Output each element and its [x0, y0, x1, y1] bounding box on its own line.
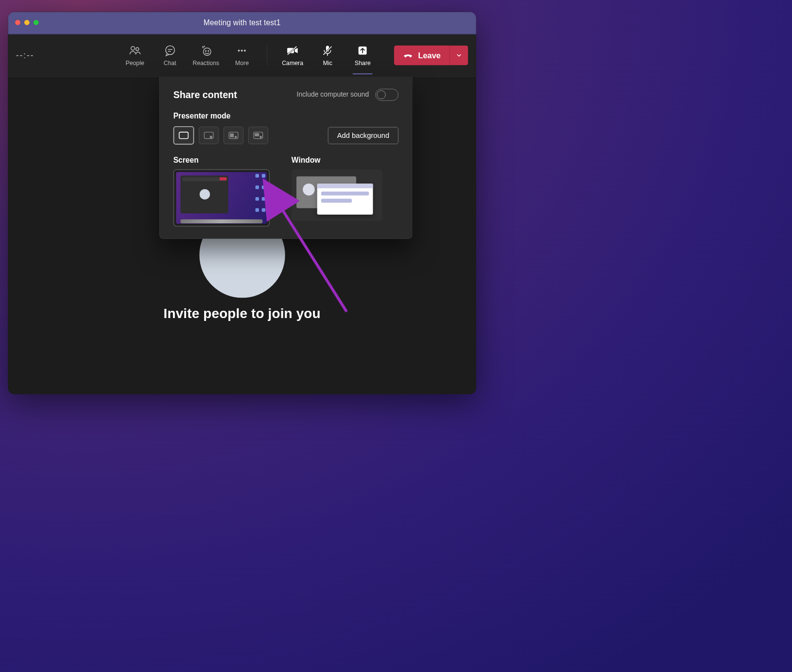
people-button[interactable]: People	[122, 44, 147, 66]
leave-menu-button[interactable]	[449, 45, 468, 65]
meeting-stage: Invite people to join you Share content …	[8, 77, 476, 394]
camera-label: Camera	[282, 60, 303, 67]
chat-icon	[164, 44, 176, 56]
share-content-panel: Share content Include computer sound Pre…	[159, 77, 413, 239]
presenter-mode-row: Add background	[173, 126, 398, 145]
close-icon[interactable]	[15, 20, 20, 25]
svg-point-5	[203, 48, 210, 55]
presenter-mode-reporter[interactable]	[248, 127, 268, 144]
presenter-mode-standout[interactable]	[199, 127, 219, 144]
chevron-down-icon	[455, 52, 463, 59]
share-label: Share	[355, 60, 371, 67]
camera-button[interactable]: Camera	[280, 44, 305, 66]
presenter-mode-label: Presenter mode	[173, 112, 398, 120]
include-sound-toggle[interactable]	[375, 89, 398, 101]
hangup-icon	[403, 50, 413, 60]
leave-split-button: Leave	[394, 45, 468, 65]
share-sources: Screen Window	[173, 156, 398, 227]
include-sound-row: Include computer sound	[297, 89, 398, 101]
people-label: People	[125, 60, 144, 67]
maximize-icon[interactable]	[34, 20, 39, 25]
presenter-mode-content-only[interactable]	[173, 126, 194, 145]
mic-off-icon	[322, 44, 334, 56]
svg-rect-25	[255, 133, 259, 136]
share-screen-thumbnail[interactable]	[173, 169, 270, 227]
share-button[interactable]: Share	[350, 44, 375, 66]
meeting-toolbar: --:-- People Chat	[8, 34, 476, 77]
share-panel-title: Share content	[173, 89, 237, 101]
reactions-label: Reactions	[193, 60, 220, 67]
include-sound-label: Include computer sound	[297, 91, 369, 99]
reactions-button[interactable]: Reactions	[193, 44, 220, 66]
camera-off-icon	[287, 44, 299, 56]
minimize-icon[interactable]	[24, 20, 30, 25]
invite-message: Invite people to join you	[164, 306, 321, 321]
meeting-window: Meeting with test test1 --:-- People	[8, 12, 476, 394]
leave-button[interactable]: Leave	[394, 45, 449, 65]
svg-point-1	[136, 48, 138, 50]
window-controls	[15, 20, 38, 25]
svg-point-9	[241, 50, 243, 51]
chat-button[interactable]: Chat	[157, 44, 182, 66]
svg-rect-18	[179, 132, 189, 138]
more-label: More	[235, 60, 249, 67]
toolbar-buttons: People Chat Reactions	[122, 44, 468, 66]
svg-point-8	[238, 50, 240, 51]
toolbar-separator	[267, 45, 268, 66]
mic-button[interactable]: Mic	[315, 44, 340, 66]
svg-rect-22	[230, 134, 234, 137]
share-window-thumbnail[interactable]	[292, 169, 382, 221]
chat-label: Chat	[164, 60, 176, 67]
more-icon	[236, 44, 248, 56]
leave-label: Leave	[418, 51, 441, 60]
svg-point-2	[166, 46, 174, 54]
mic-label: Mic	[323, 60, 332, 67]
meeting-timer: --:--	[16, 50, 60, 60]
svg-point-6	[206, 50, 207, 51]
svg-point-0	[131, 46, 135, 50]
svg-point-20	[210, 135, 212, 138]
people-icon	[129, 44, 141, 56]
window-section-label: Window	[292, 156, 398, 165]
svg-point-10	[244, 50, 246, 51]
add-background-button[interactable]: Add background	[328, 127, 398, 144]
titlebar: Meeting with test test1	[8, 12, 476, 34]
presenter-mode-side-by-side[interactable]	[224, 127, 243, 144]
screen-section-label: Screen	[173, 156, 280, 165]
svg-point-7	[208, 50, 209, 51]
svg-point-26	[259, 136, 262, 138]
more-button[interactable]: More	[230, 44, 255, 66]
reactions-icon	[200, 44, 212, 56]
svg-point-23	[235, 136, 237, 138]
share-icon	[357, 44, 369, 56]
window-title: Meeting with test test1	[204, 18, 281, 27]
